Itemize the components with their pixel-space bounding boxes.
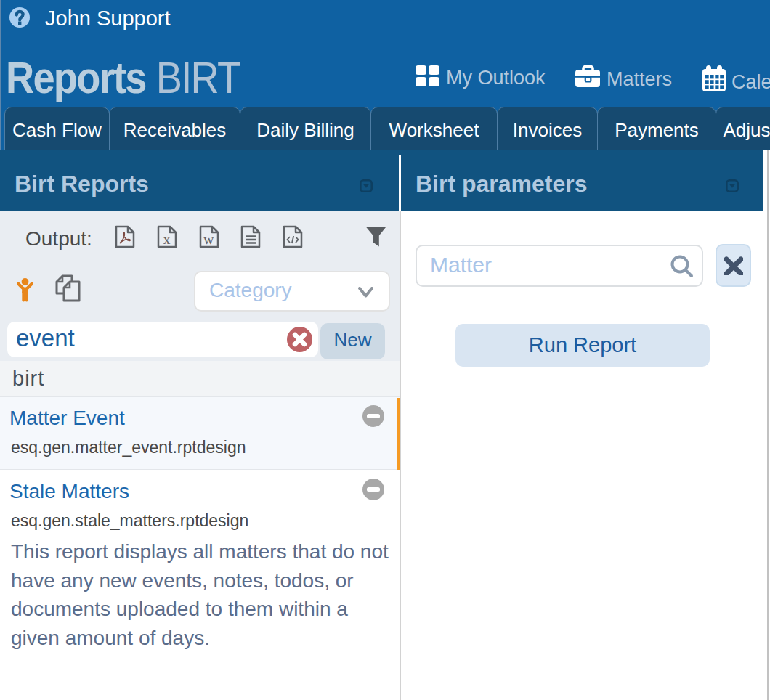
svg-text:w: w <box>203 231 214 247</box>
svg-text:x: x <box>163 231 170 247</box>
